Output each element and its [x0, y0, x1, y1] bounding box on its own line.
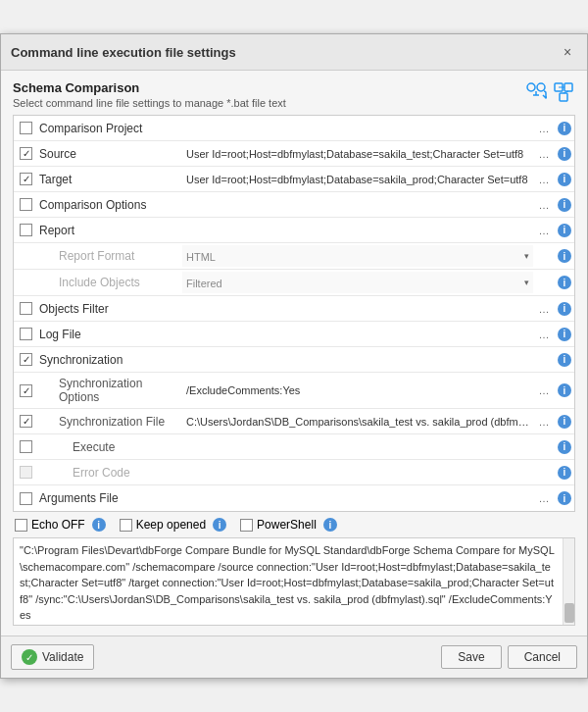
info-synchronization-file[interactable]: i — [555, 415, 574, 429]
ellipsis-source[interactable]: … — [533, 148, 555, 160]
info-source[interactable]: i — [555, 147, 574, 161]
checkbox-comparison-options[interactable] — [20, 198, 32, 211]
select-report-format[interactable]: HTML▾ — [182, 245, 533, 267]
info-include-objects[interactable]: i — [555, 276, 574, 289]
check-comparison-project[interactable] — [14, 122, 35, 134]
ellipsis-log-file[interactable]: … — [533, 329, 555, 340]
value-execute — [182, 445, 533, 449]
info-arguments-file[interactable]: i — [555, 491, 574, 505]
checkbox-error-code[interactable] — [20, 466, 32, 479]
row-report: Report…i — [14, 218, 574, 243]
ellipsis-report[interactable]: … — [533, 225, 555, 236]
check-target[interactable] — [14, 173, 35, 185]
save-button[interactable]: Save — [441, 645, 501, 669]
select-include-objects[interactable]: Filtered▾ — [182, 272, 533, 293]
info-synchronization-options[interactable]: i — [555, 383, 574, 397]
header-icons — [524, 80, 575, 104]
info-comparison-options[interactable]: i — [555, 198, 574, 212]
value-objects-filter — [182, 307, 533, 311]
check-source[interactable] — [14, 147, 35, 160]
check-objects-filter[interactable] — [14, 302, 35, 315]
info-synchronization[interactable]: i — [555, 353, 574, 367]
check-synchronization[interactable] — [14, 353, 35, 366]
select-display-report-format: HTML — [182, 245, 533, 267]
check-arguments-file[interactable] — [14, 492, 35, 505]
cancel-button[interactable]: Cancel — [508, 645, 577, 669]
ellipsis-comparison-options[interactable]: … — [533, 199, 555, 211]
checkbox-synchronization[interactable] — [20, 353, 32, 366]
checkbox-synchronization-options[interactable] — [20, 384, 32, 397]
checkbox-keep-opened[interactable] — [120, 519, 132, 532]
info-log-file[interactable]: i — [555, 328, 574, 341]
info-comparison-project[interactable]: i — [555, 122, 574, 135]
sync-icon[interactable] — [552, 80, 575, 104]
info-report-format[interactable]: i — [555, 249, 574, 263]
value-comparison-options — [182, 203, 533, 207]
checkbox-comparison-project[interactable] — [20, 122, 32, 134]
label-comparison-options: Comparison Options — [35, 196, 182, 214]
checkbox-echo-off[interactable] — [15, 519, 27, 532]
validate-label: Validate — [42, 650, 83, 664]
option-echo-off[interactable]: Echo OFFi — [15, 518, 106, 532]
schema-title-block: Schema Comparison Select command line fi… — [13, 80, 286, 109]
ellipsis-objects-filter[interactable]: … — [533, 303, 555, 315]
info-icon-echo-off[interactable]: i — [92, 518, 106, 532]
validate-icon — [22, 649, 37, 665]
ellipsis-arguments-file[interactable]: … — [533, 492, 555, 504]
compare-icon[interactable] — [524, 80, 548, 104]
info-report[interactable]: i — [555, 224, 574, 237]
checkbox-log-file[interactable] — [20, 328, 32, 340]
ellipsis-synchronization-file[interactable]: … — [533, 416, 555, 428]
dialog-title: Command line execution file settings — [11, 45, 236, 60]
checkbox-arguments-file[interactable] — [20, 492, 32, 505]
info-icon-comparison-options: i — [558, 198, 571, 212]
row-source: SourceUser Id=root;Host=dbfmylast;Databa… — [14, 141, 574, 167]
info-icon-objects-filter: i — [558, 302, 571, 316]
checkbox-synchronization-file[interactable] — [20, 415, 32, 428]
info-icon-powershell[interactable]: i — [323, 518, 337, 532]
option-keep-opened[interactable]: Keep openedi — [120, 518, 226, 532]
check-comparison-options[interactable] — [14, 198, 35, 211]
check-execute[interactable] — [14, 440, 35, 453]
row-report-format: Report FormatHTML▾i — [14, 243, 574, 270]
check-error-code[interactable] — [14, 466, 35, 479]
row-synchronization-file: Synchronization FileC:\Users\JordanS\DB_… — [14, 409, 574, 434]
info-execute[interactable]: i — [555, 440, 574, 454]
check-synchronization-options[interactable] — [14, 384, 35, 397]
check-synchronization-file[interactable] — [14, 415, 35, 428]
info-icon-source: i — [558, 147, 571, 161]
info-icon-synchronization: i — [558, 353, 571, 367]
ellipsis-synchronization-options[interactable]: … — [533, 384, 555, 396]
scrollbar-thumb — [564, 603, 574, 623]
info-target[interactable]: i — [555, 173, 574, 186]
check-report[interactable] — [14, 224, 35, 236]
validate-button[interactable]: Validate — [11, 644, 94, 670]
info-icon-synchronization-options: i — [558, 383, 571, 397]
dialog-footer: Validate Save Cancel — [1, 636, 587, 678]
label-synchronization-options: Synchronization Options — [35, 375, 182, 406]
settings-rows: Comparison Project…iSourceUser Id=root;H… — [13, 115, 575, 512]
check-log-file[interactable] — [14, 328, 35, 340]
checkbox-objects-filter[interactable] — [20, 302, 32, 315]
info-icon-error-code: i — [558, 466, 571, 480]
row-error-code: Error Codei — [14, 460, 574, 485]
checkbox-report[interactable] — [20, 224, 32, 236]
info-icon-arguments-file: i — [558, 491, 571, 505]
close-button[interactable]: × — [558, 42, 577, 62]
checkbox-execute[interactable] — [20, 440, 32, 453]
info-error-code[interactable]: i — [555, 466, 574, 480]
checkbox-source[interactable] — [20, 147, 32, 160]
value-synchronization-file: C:\Users\JordanS\DB_Comparisons\sakila_t… — [182, 414, 533, 430]
info-icon-keep-opened[interactable]: i — [213, 518, 226, 532]
checkbox-powershell[interactable] — [240, 519, 253, 532]
label-report: Report — [35, 222, 182, 239]
ellipsis-target[interactable]: … — [533, 174, 555, 185]
row-execute: Executei — [14, 434, 574, 460]
scrollbar[interactable] — [563, 538, 574, 625]
ellipsis-comparison-project[interactable]: … — [533, 123, 555, 134]
checkbox-target[interactable] — [20, 173, 32, 185]
schema-header: Schema Comparison Select command line fi… — [13, 80, 575, 109]
info-objects-filter[interactable]: i — [555, 302, 574, 316]
option-powershell[interactable]: PowerShelli — [240, 518, 337, 532]
info-icon-log-file: i — [558, 328, 571, 341]
